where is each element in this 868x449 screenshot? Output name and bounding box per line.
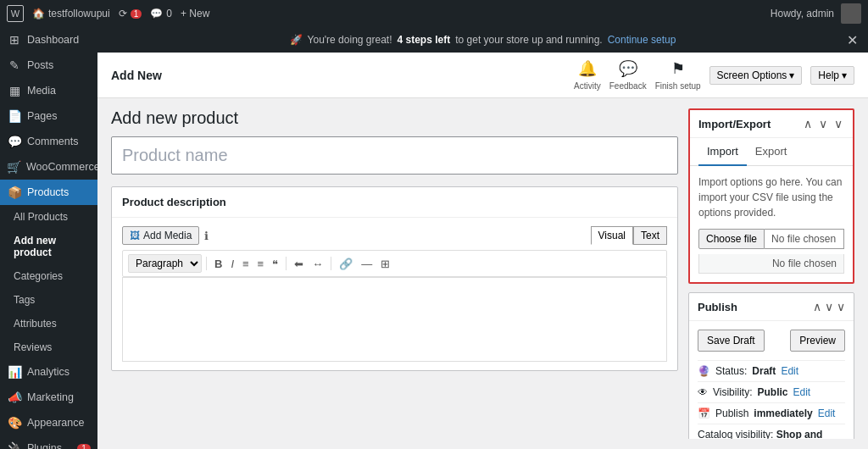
import-export-close[interactable]: ∨: [832, 117, 844, 130]
import-export-controls: ∧ ∨ ∨: [802, 117, 844, 130]
file-input-row: Choose file No file chosen: [698, 229, 844, 249]
product-description-title: Product description: [122, 196, 226, 208]
visibility-value: Public: [757, 386, 787, 398]
wordpress-logo[interactable]: W: [7, 5, 24, 22]
visual-text-tabs: Visual Text: [591, 226, 667, 245]
unordered-list-button[interactable]: ≡: [239, 256, 253, 272]
site-name[interactable]: 🏠 testfollowupui: [32, 8, 110, 19]
blockquote-button[interactable]: ❝: [269, 256, 281, 272]
toolbar-divider-1: [206, 257, 207, 270]
link-button[interactable]: 🔗: [336, 256, 356, 272]
preview-button[interactable]: Preview: [790, 330, 845, 352]
sidebar-subitem-categories[interactable]: Categories: [0, 264, 97, 288]
sidebar-item-analytics[interactable]: 📊 Analytics: [0, 359, 97, 385]
sidebar-item-plugins[interactable]: 🔌 Plugins 1: [0, 435, 97, 449]
product-name-input[interactable]: [111, 136, 678, 175]
publish-edit-link[interactable]: Edit: [818, 407, 836, 419]
import-export-collapse-down[interactable]: ∨: [817, 117, 829, 130]
notice-text: You're doing great!: [308, 34, 392, 46]
updates-icon: ⟳: [119, 8, 127, 19]
publish-time-row: 📅 Publish immediately Edit: [698, 402, 845, 424]
comments-item[interactable]: 💬 0: [150, 8, 172, 19]
sidebar-item-media[interactable]: ▦ Media: [0, 78, 97, 103]
publish-header: Publish ∧ ∨ ∨: [689, 293, 854, 321]
catalog-visibility-label: Catalog visibility:: [698, 429, 773, 439]
status-value: Draft: [752, 365, 776, 377]
status-icon: 🔮: [698, 365, 710, 377]
notice-close-button[interactable]: ✕: [847, 32, 858, 48]
export-tab[interactable]: Export: [747, 138, 796, 166]
add-media-button[interactable]: 🖼 Add Media: [122, 226, 199, 245]
ordered-list-button[interactable]: ≡: [254, 256, 268, 272]
screen-options-chevron: ▾: [789, 69, 794, 81]
comments-icon: 💬: [150, 8, 163, 19]
activity-icon: 🔔: [578, 59, 597, 78]
publish-close[interactable]: ∨: [837, 300, 845, 313]
file-chosen-label: No file chosen: [765, 229, 844, 249]
sidebar-item-dashboard[interactable]: ⊞ Dashboard: [0, 27, 97, 53]
save-draft-button[interactable]: Save Draft: [698, 330, 765, 352]
publish-collapse-up[interactable]: ∧: [813, 300, 821, 313]
feedback-button[interactable]: 💬 Feedback: [609, 59, 647, 91]
bold-button[interactable]: B: [211, 256, 225, 272]
inner-content: Add new product Product description 🖼 Ad…: [97, 98, 868, 449]
page-header-title: Add New: [111, 69, 162, 82]
status-label: Status:: [715, 365, 747, 377]
sidebar-subitem-all-products[interactable]: All Products: [0, 205, 97, 229]
import-export-header: Import/Export ∧ ∨ ∨: [690, 110, 853, 138]
visual-tab[interactable]: Visual: [591, 226, 633, 245]
publish-body: Save Draft Preview 🔮 Status: Draft Edit …: [689, 321, 854, 439]
sidebar-item-posts[interactable]: ✎ Posts: [0, 53, 97, 78]
sidebar-subitem-add-new[interactable]: Add new product: [0, 229, 97, 264]
catalog-visibility-row: Catalog visibility: Shop and search resu…: [698, 424, 845, 439]
align-left-button[interactable]: ⬅: [291, 256, 307, 272]
visibility-edit-link[interactable]: Edit: [793, 386, 810, 398]
import-export-box: Import/Export ∧ ∨ ∨ Import Export Import…: [688, 108, 854, 284]
user-avatar[interactable]: [841, 3, 861, 24]
sidebar-item-woocommerce[interactable]: 🛒 WooCommerce: [0, 154, 97, 180]
products-icon: 📦: [7, 186, 22, 199]
import-export-body: Import options go here. You can import y…: [690, 166, 853, 282]
status-row: 🔮 Status: Draft Edit: [698, 360, 845, 381]
italic-button[interactable]: I: [227, 256, 237, 272]
text-tab[interactable]: Text: [633, 226, 667, 245]
finish-setup-icon: ⚑: [671, 59, 685, 78]
sidebar-subitem-reviews[interactable]: Reviews: [0, 335, 97, 359]
admin-bar-right: Howdy, admin: [771, 3, 861, 24]
status-edit-link[interactable]: Edit: [781, 365, 798, 377]
table-button[interactable]: ⊞: [377, 256, 393, 272]
editor-area[interactable]: [122, 277, 667, 362]
import-tab[interactable]: Import: [698, 138, 747, 166]
updates-item[interactable]: ⟳ 1: [119, 8, 142, 19]
choose-file-button[interactable]: Choose file: [698, 229, 765, 249]
sidebar: ⊞ Dashboard ✎ Posts ▦ Media 📄 Pages 💬 Co…: [0, 27, 97, 449]
sidebar-item-appearance[interactable]: 🎨 Appearance: [0, 410, 97, 435]
publish-collapse-down[interactable]: ∨: [825, 300, 833, 313]
horizontal-rule-button[interactable]: —: [358, 256, 376, 272]
screen-options-button[interactable]: Screen Options ▾: [709, 66, 803, 85]
sidebar-subitem-attributes[interactable]: Attributes: [0, 312, 97, 335]
help-button[interactable]: Help ▾: [810, 66, 854, 85]
notice-bar: 🚀 You're doing great! 4 steps left to ge…: [97, 27, 868, 53]
notice-link[interactable]: Continue setup: [608, 34, 676, 46]
sidebar-item-marketing[interactable]: 📣 Marketing: [0, 385, 97, 410]
admin-bar: W 🏠 testfollowupui ⟳ 1 💬 0 + New Howdy, …: [0, 0, 868, 27]
content-area: 🚀 You're doing great! 4 steps left to ge…: [97, 27, 868, 449]
sidebar-subitem-tags[interactable]: Tags: [0, 288, 97, 312]
new-item[interactable]: + New: [181, 8, 209, 19]
sidebar-item-comments[interactable]: 💬 Comments: [0, 129, 97, 154]
notice-emoji: 🚀: [290, 34, 303, 46]
toolbar-divider-3: [331, 257, 331, 270]
sidebar-item-products[interactable]: 📦 Products: [0, 180, 97, 205]
align-center-button[interactable]: ↔: [309, 256, 326, 272]
format-toolbar: Paragraph B I ≡ ≡ ❝ ⬅ ↔ 🔗: [122, 250, 667, 277]
publish-title: Publish: [698, 301, 737, 313]
import-export-tabs: Import Export: [690, 138, 853, 166]
appearance-icon: 🎨: [7, 416, 22, 430]
sidebar-item-pages[interactable]: 📄 Pages: [0, 103, 97, 129]
activity-button[interactable]: 🔔 Activity: [574, 59, 601, 91]
visibility-label: Visibility:: [713, 386, 752, 398]
import-export-collapse-up[interactable]: ∧: [802, 117, 814, 130]
format-select[interactable]: Paragraph: [128, 254, 202, 273]
finish-setup-button[interactable]: ⚑ Finish setup: [655, 59, 701, 91]
